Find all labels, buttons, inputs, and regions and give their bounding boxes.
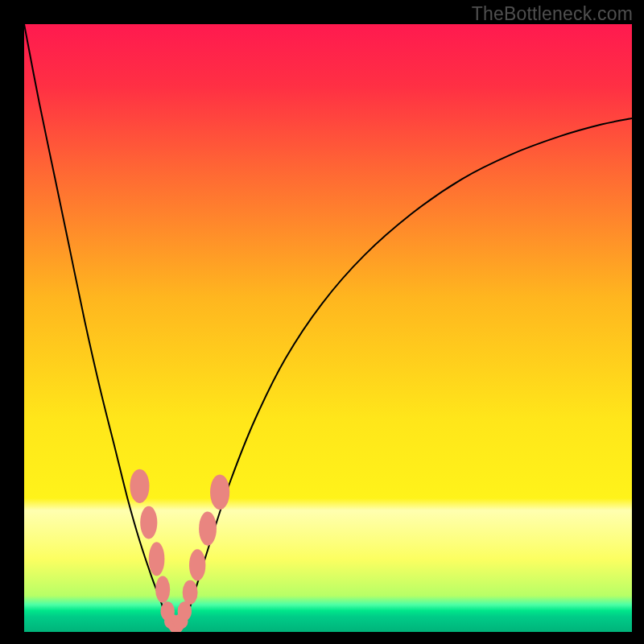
bead-markers [24, 24, 632, 632]
bead-marker [149, 542, 165, 576]
plot-area [24, 24, 632, 632]
bead-marker [140, 506, 157, 539]
bead-marker [189, 549, 205, 580]
bead-marker [130, 469, 149, 503]
bead-marker [155, 576, 170, 603]
watermark-text: TheBottleneck.com [472, 3, 633, 25]
bead-marker [210, 474, 229, 510]
bead-marker [183, 580, 198, 605]
bead-marker [199, 512, 217, 546]
chart-frame: TheBottleneck.com [0, 0, 644, 644]
